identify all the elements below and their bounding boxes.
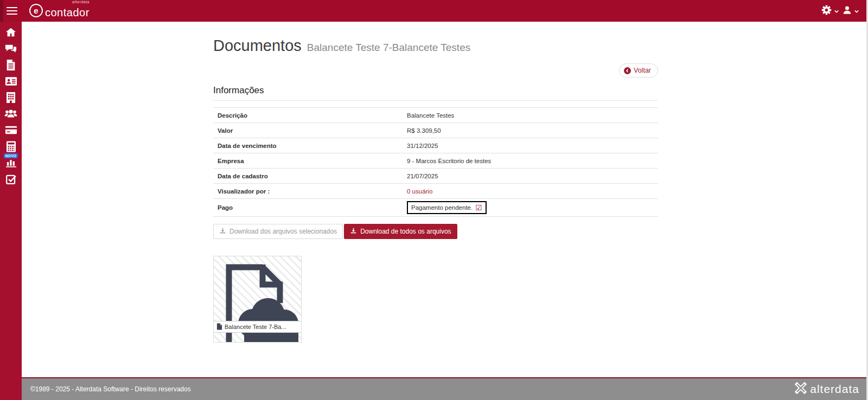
arrow-left-circle-icon bbox=[624, 67, 631, 74]
section-title: Informações bbox=[213, 85, 658, 101]
gear-icon bbox=[821, 4, 832, 18]
users-icon bbox=[4, 108, 17, 121]
download-icon bbox=[350, 227, 357, 236]
page-head: Documentos Balancete Teste 7-Balancete T… bbox=[213, 37, 658, 55]
sidebar-item-companies[interactable] bbox=[0, 91, 22, 107]
alterdata-mark-icon bbox=[794, 382, 807, 397]
sidebar-item-payments[interactable] bbox=[0, 123, 22, 139]
settings-menu[interactable] bbox=[821, 4, 839, 18]
brand-e-icon: e bbox=[29, 4, 43, 17]
user-icon bbox=[842, 5, 852, 17]
footer: ©1989 - 2025 - Alterdata Software - Dire… bbox=[22, 377, 868, 400]
menu-toggle-icon[interactable] bbox=[7, 7, 17, 15]
document-icon bbox=[5, 59, 16, 73]
alterdata-logo-text: alterdata bbox=[810, 383, 859, 396]
credit-card-icon bbox=[5, 125, 17, 137]
topbar-edge bbox=[0, 0, 3, 22]
download-selected-button[interactable]: Download dos arquivos selecionados bbox=[213, 224, 343, 239]
topbar: e contador alterdata bbox=[0, 0, 868, 22]
building-icon bbox=[5, 92, 16, 106]
sidebar-item-documents[interactable] bbox=[0, 58, 22, 74]
payment-status[interactable]: Pagamento pendente. ☑ bbox=[407, 201, 487, 214]
check-square-icon: ☑ bbox=[475, 204, 482, 211]
check-square-icon bbox=[5, 173, 17, 187]
user-menu[interactable] bbox=[842, 5, 859, 17]
info-row-cadastro: Data de cadastro 21/07/2025 bbox=[213, 169, 658, 184]
id-card-icon bbox=[5, 76, 17, 89]
novo-badge: NOVO bbox=[4, 153, 18, 158]
alterdata-logo: alterdata bbox=[794, 382, 859, 397]
download-icon bbox=[219, 227, 226, 236]
sidebar-item-messages[interactable] bbox=[0, 42, 22, 58]
chevron-down-icon bbox=[834, 6, 839, 16]
chevron-down-icon bbox=[854, 6, 859, 16]
sidebar-item-home[interactable] bbox=[0, 25, 22, 42]
copyright-text: ©1989 - 2025 - Alterdata Software - Dire… bbox=[30, 385, 191, 393]
download-all-button[interactable]: Download de todos os arquivos bbox=[344, 224, 457, 239]
app-window: e contador alterdata bbox=[0, 0, 868, 400]
info-row-visualizador: Visualizador por : 0 usuário bbox=[213, 184, 658, 199]
bar-chart-icon bbox=[5, 157, 17, 170]
info-row-empresa: Empresa 9 - Marcos Escritorio de testes bbox=[213, 153, 658, 169]
sidebar-item-calculator[interactable]: NOVO bbox=[0, 139, 22, 156]
comments-icon bbox=[5, 43, 17, 57]
brand-super: alterdata bbox=[72, 0, 90, 4]
brand-logo[interactable]: e contador alterdata bbox=[29, 4, 90, 18]
info-row-pago: Pago Pagamento pendente. ☑ bbox=[213, 199, 658, 217]
info-row-vencimento: Data de vencimento 31/12/2025 bbox=[213, 138, 658, 153]
sidebar-item-tasks[interactable] bbox=[0, 172, 22, 188]
info-table: Descrição Balancete Testes Valor R$ 3.30… bbox=[213, 107, 658, 217]
sidebar-item-contacts[interactable] bbox=[0, 74, 22, 91]
info-row-valor: Valor R$ 3.309,50 bbox=[213, 123, 658, 138]
home-icon bbox=[5, 27, 17, 41]
info-row-descricao: Descrição Balancete Testes bbox=[213, 108, 658, 123]
viewers-link[interactable]: 0 usuário bbox=[407, 188, 432, 195]
back-button[interactable]: Voltar bbox=[619, 63, 658, 78]
page-title: Documentos bbox=[213, 37, 302, 55]
sidebar: NOVO bbox=[0, 22, 22, 400]
sidebar-item-users[interactable] bbox=[0, 107, 22, 123]
calculator-icon bbox=[6, 141, 16, 154]
main-content: Documentos Balancete Teste 7-Balancete T… bbox=[22, 22, 868, 376]
file-label: Balancete Teste 7-Ba... bbox=[214, 321, 301, 333]
file-icon bbox=[216, 323, 222, 331]
file-thumbnail[interactable]: Balancete Teste 7-Ba... bbox=[213, 256, 302, 343]
brand-name: contador bbox=[45, 7, 90, 18]
page-subtitle: Balancete Teste 7-Balancete Testes bbox=[307, 42, 470, 54]
